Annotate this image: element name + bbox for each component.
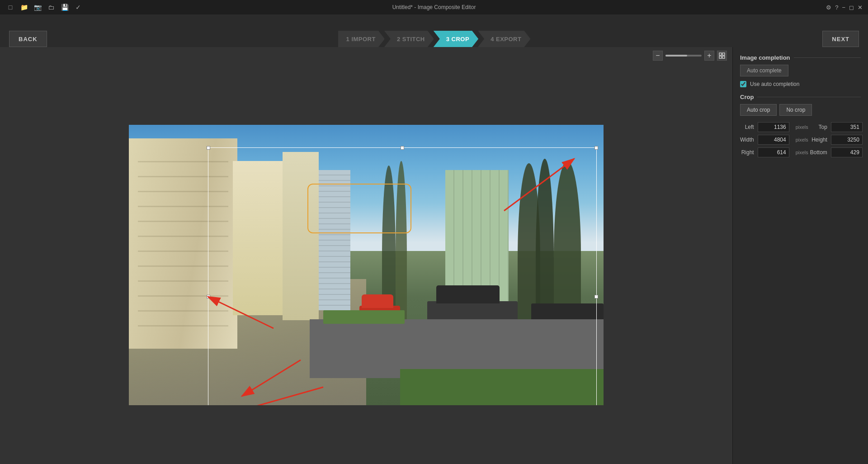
workflow-step-crop[interactable]: 3 CROP: [434, 31, 478, 47]
open-project-icon[interactable]: 📁: [19, 2, 29, 12]
accept-icon[interactable]: ✓: [73, 2, 83, 12]
crop-values-grid: Left pixels Top pixels Width pixels Heig…: [740, 122, 861, 157]
left-label: Left: [740, 124, 756, 130]
workflow-step-export[interactable]: 4 EXPORT: [478, 31, 530, 47]
image-completion-title: Image completion: [740, 54, 861, 61]
width-label: Width: [740, 137, 756, 143]
workflow-step-import[interactable]: 1 IMPORT: [338, 31, 385, 47]
right-value[interactable]: [758, 147, 789, 157]
canvas-area: − +: [0, 47, 732, 464]
use-auto-completion-row: Use auto completion: [740, 81, 861, 87]
top-value[interactable]: [831, 122, 863, 132]
left-value[interactable]: [758, 122, 789, 132]
back-button[interactable]: BACK: [9, 31, 47, 47]
window-controls: ⚙ ? − ◻ ✕: [826, 4, 863, 11]
workflow-nav: 1 IMPORT 2 STITCH 3 CROP 4 EXPORT: [338, 31, 530, 47]
width-value[interactable]: [758, 135, 789, 145]
right-label: Right: [740, 149, 756, 156]
main-area: − +: [0, 47, 868, 464]
svg-rect-3: [722, 56, 725, 58]
new-icon[interactable]: □: [5, 2, 15, 12]
restore-icon[interactable]: ◻: [849, 4, 854, 11]
panorama-image[interactable]: [129, 125, 604, 405]
top-label: Top: [810, 124, 829, 130]
titlebar: □ 📁 📷 🗀 💾 ✓ Untitled* - Image Composite …: [0, 0, 868, 14]
auto-crop-button[interactable]: Auto crop: [740, 104, 777, 116]
bottom-value[interactable]: [831, 147, 863, 157]
use-auto-completion-label: Use auto completion: [750, 81, 799, 87]
use-auto-completion-checkbox[interactable]: [740, 81, 746, 87]
crop-section-title: Crop: [740, 94, 861, 100]
width-unit: pixels: [796, 137, 808, 142]
image-completion-section: Image completion Auto complete Use auto …: [740, 54, 861, 87]
height-value[interactable]: [831, 135, 863, 145]
open-images-icon[interactable]: 📷: [33, 2, 42, 12]
svg-rect-2: [719, 56, 722, 58]
auto-complete-button[interactable]: Auto complete: [740, 65, 788, 76]
workflow-step-stitch[interactable]: 2 STITCH: [384, 31, 434, 47]
zoom-out-button[interactable]: −: [653, 51, 663, 61]
height-label: Height: [810, 137, 829, 143]
fit-to-window-button[interactable]: [717, 51, 727, 61]
close-icon[interactable]: ✕: [858, 4, 863, 11]
titlebar-toolbar: □ 📁 📷 🗀 💾 ✓: [5, 2, 83, 12]
bottom-label: Bottom: [810, 149, 829, 156]
image-container: [0, 66, 732, 464]
svg-rect-1: [722, 53, 725, 55]
zoom-controls: − +: [653, 51, 727, 61]
settings-icon[interactable]: ⚙: [826, 4, 831, 11]
right-panel: Image completion Auto complete Use auto …: [732, 47, 868, 464]
window-title: Untitled* - Image Composite Editor: [392, 4, 476, 10]
left-unit: pixels: [796, 124, 808, 130]
svg-rect-0: [719, 53, 722, 55]
next-button[interactable]: NEXT: [822, 31, 859, 47]
crop-section: Crop Auto crop No crop Left pixels Top p…: [740, 94, 861, 157]
open-folder-icon[interactable]: 🗀: [46, 2, 56, 12]
help-icon[interactable]: ?: [835, 4, 838, 11]
right-unit: pixels: [796, 150, 808, 155]
save-icon[interactable]: 💾: [60, 2, 70, 12]
zoom-slider[interactable]: [665, 55, 702, 57]
zoom-in-button[interactable]: +: [704, 51, 714, 61]
minimize-icon[interactable]: −: [842, 4, 845, 11]
no-crop-button[interactable]: No crop: [779, 104, 812, 116]
